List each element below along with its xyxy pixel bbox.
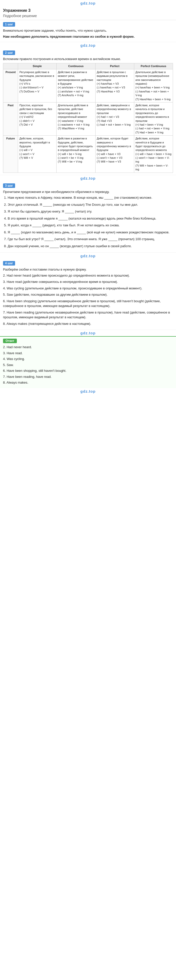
sentence-item-3: 3. Я хотел бы одолжить другую книгу. Я _…: [3, 209, 173, 214]
site-name-bottom: gdz.top: [80, 389, 96, 393]
continuous-header: Continuous: [56, 63, 95, 69]
sentence-item-4: 4. В это время в прошлой неделе я _____ …: [3, 216, 173, 221]
step-2-text: Вспомним правило построения и использова…: [3, 57, 173, 62]
tense-cell-continuous: Длительное действие в прошлом, действие …: [56, 102, 95, 136]
answer-item-2: 3. Have read.: [3, 351, 173, 356]
sentences-list: 1. Нам нужно поехать в Африку, пока може…: [3, 195, 173, 248]
tense-cell-perfect: Действие в прошлом с видимым результатом…: [95, 69, 134, 102]
analysis-item-1: 2. Had never heard (действие происходило…: [3, 273, 173, 278]
tense-cell-perfect_continuous: Длительное действие в прошлом (незавершё…: [134, 69, 173, 102]
step-4-label: 4 шаг: [3, 261, 15, 266]
exercise-subtitle: Подробное решение: [3, 14, 173, 18]
answer-item-7: 8. Always makes.: [3, 380, 173, 385]
analysis-items: 2. Had never heard (действие происходило…: [3, 273, 173, 326]
answer-item-3: 4. Was cycling.: [3, 356, 173, 361]
answer-list: 2. Had never heard.3. Have read.4. Was c…: [3, 345, 173, 385]
sentence-item-8: 8. Дан хороший ученик, но он _____ (всег…: [3, 244, 173, 249]
step-1-text: Внимательно прочитаем задание, чтобы пон…: [3, 28, 173, 33]
site-name-5: gdz.top: [80, 331, 96, 335]
tense-cell-perfect: Действие, завершённое к определённому мо…: [95, 102, 134, 136]
step-2-block: 2 шаг Вспомним правило построения и испо…: [0, 48, 176, 175]
step-4-intro: Разберём скобки и поставим глаголы в нуж…: [3, 267, 173, 272]
sentence-item-6: 6. Я _____ (ходил по магазинам) весь ден…: [3, 230, 173, 235]
page-header: Упражнение 3 Подробное решение: [0, 6, 176, 20]
site-name: gdz.top: [80, 1, 96, 5]
watermark-5: gdz.top: [0, 330, 176, 336]
step-1-note: Нам необходимо дополнить предложения гла…: [3, 34, 173, 39]
answer-item-1: 2. Had never heard.: [3, 345, 173, 350]
tense-cell-perfect_continuous: Действие, которое начнётся в будущем и б…: [134, 136, 173, 173]
tense-cell-simple: Простое, короткое действие в прошлом, бе…: [18, 102, 56, 136]
step-3-intro: Прочитаем предложения и при необходимост…: [3, 189, 173, 194]
answer-block: Ответ 2. Had never heard.3. Have read.4.…: [0, 336, 176, 388]
answer-item-6: 7. Have been reading, have read.: [3, 374, 173, 379]
watermark-4: gdz.top: [0, 253, 176, 259]
sentence-item-7: 7. Где ты был всё утро? Я _____ (читал).…: [3, 237, 173, 242]
analysis-item-3: 4. Was cycling (длительное действие в пр…: [3, 286, 173, 291]
step-2-label: 2 шаг: [3, 51, 15, 55]
answer-label: Ответ: [3, 339, 17, 343]
tense-cell-tense: Future: [3, 136, 18, 173]
tense-cell-continuous: Действие в развитии в момент речи, запла…: [56, 69, 95, 102]
watermark-2: gdz.top: [0, 42, 176, 48]
analysis-item-6: 7. Have been reading (длительное незавер…: [3, 310, 173, 320]
watermark-3: gdz.top: [0, 175, 176, 181]
step-1-block: 1 шаг Внимательно прочитаем задание, что…: [0, 20, 176, 42]
site-name-2: gdz.top: [80, 43, 96, 48]
tense-col-header: [3, 63, 18, 69]
tense-cell-simple: Действие, которое, вероятно, произойдёт …: [18, 136, 56, 173]
answer-item-5: 6. Have been shopping, still haven't bou…: [3, 368, 173, 373]
perfect-cont-header: Perfect Continuous: [134, 63, 173, 69]
watermark-top: gdz.top: [0, 0, 176, 6]
analysis-item-5: 6. Have been shopping (длительное незаве…: [3, 299, 173, 309]
perfect-header: Perfect: [95, 63, 134, 69]
tense-cell-perfect_continuous: Действие, которое началось в прошлом и п…: [134, 102, 173, 136]
analysis-item-2: 3. Have read (действие совершилось в нео…: [3, 279, 173, 285]
tense-cell-simple: Регулярное действие в настоящем, расписа…: [18, 69, 56, 102]
step-3-block: 3 шаг Прочитаем предложения и при необхо…: [0, 181, 176, 253]
watermark-bottom: gdz.top: [0, 388, 176, 395]
step-3-label: 3 шаг: [3, 183, 15, 188]
simple-header: Simple: [18, 63, 56, 69]
tense-cell-perfect: Действие, которое будет завершено к опре…: [95, 136, 134, 173]
site-name-3: gdz.top: [80, 176, 96, 180]
step-1-label: 1 шаг: [3, 22, 15, 27]
tense-cell-continuous: Действие в развитии в будущем, действие,…: [56, 136, 95, 173]
analysis-item-7: 8. Always makes (повторяющееся действие …: [3, 321, 173, 326]
exercise-title: Упражнение 3: [3, 8, 173, 13]
tense-table: Simple Continuous Perfect Perfect Contin…: [3, 63, 173, 173]
analysis-item-4: 5. Saw (действие, последовавшее за други…: [3, 292, 173, 297]
tense-cell-tense: Past: [3, 102, 18, 136]
sentence-item-2: 2. Этот диск отличный. Я _____ (никогда …: [3, 202, 173, 207]
sentence-item-1: 1. Нам нужно поехать в Африку, пока може…: [3, 195, 173, 200]
sentence-item-5: 5. Я ушёл, когда я _____ (увидел), кто т…: [3, 223, 173, 228]
answer-item-4: 5. Saw.: [3, 363, 173, 368]
step-4-block: 4 шаг Разберём скобки и поставим глаголы…: [0, 259, 176, 330]
site-name-4: gdz.top: [80, 254, 96, 258]
tense-cell-tense: Present: [3, 69, 18, 102]
